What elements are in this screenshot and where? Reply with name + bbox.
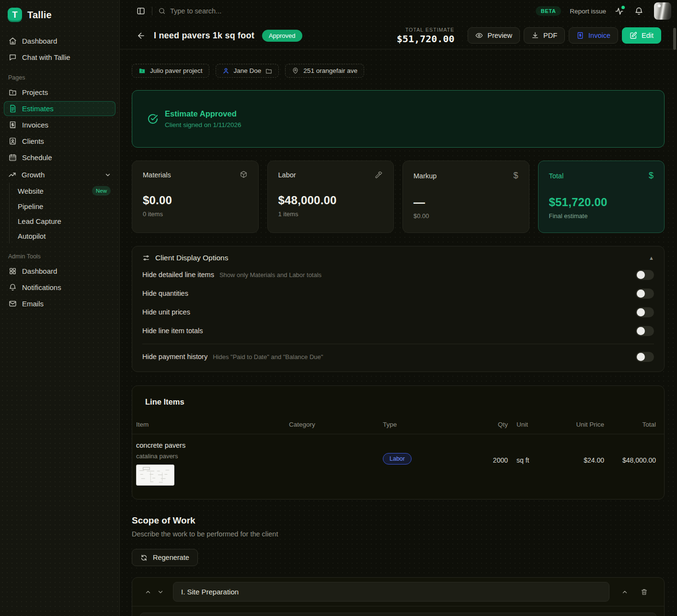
package-icon (240, 171, 248, 179)
project-tag[interactable]: Julio paver project (132, 64, 209, 78)
toggle-hide-payment-history[interactable] (636, 352, 654, 362)
sidebar-item-label: Autopilot (18, 232, 46, 240)
dollar-icon: $ (513, 171, 518, 181)
regenerate-button-label: Regenerate (153, 554, 189, 561)
sliders-icon (142, 254, 150, 262)
sidebar-item-chat[interactable]: Chat with Tallie (4, 50, 115, 65)
report-issue-link[interactable]: Report issue (570, 8, 606, 15)
delete-section-button[interactable] (638, 585, 651, 598)
column-header-unit: Unit (508, 421, 560, 428)
new-badge: New (92, 186, 111, 196)
sidebar-item-label: Website (18, 187, 44, 195)
pages-section-label: Pages (8, 74, 111, 81)
sidebar-item-label: Notifications (22, 283, 61, 291)
sidebar-item-projects[interactable]: Projects (4, 85, 115, 100)
file-text-icon (9, 105, 17, 113)
address-tag[interactable]: 251 orangefair ave (285, 64, 364, 78)
sidebar-item-estimates[interactable]: Estimates (4, 101, 115, 116)
refresh-icon (140, 554, 148, 561)
tag-label: 251 orangefair ave (303, 67, 357, 74)
column-header-total: Total (604, 421, 656, 428)
sidebar-item-admin-dashboard[interactable]: Dashboard (4, 264, 115, 279)
sidebar-item-clients[interactable]: Clients (4, 134, 115, 149)
search-input[interactable] (170, 7, 314, 15)
home-icon (9, 37, 17, 45)
panel-left-icon (137, 7, 145, 15)
toggle-hide-quantities[interactable] (636, 289, 654, 299)
pdf-button[interactable]: PDF (524, 27, 565, 44)
eye-icon (475, 32, 483, 39)
table-row[interactable]: concrete pavers catalina pavers Labo (132, 434, 664, 486)
app-root: T Tallie Dashboard Chat with Tallie Page… (0, 0, 677, 616)
invoice-icon (9, 121, 17, 129)
sidebar-item-lead-capture[interactable]: Lead Capture (10, 214, 115, 229)
chevron-up-icon (621, 589, 628, 595)
sidebar-item-label: Pipeline (18, 202, 43, 210)
item-thumbnail[interactable] (136, 465, 174, 486)
search (158, 7, 536, 15)
scope-section-card: Demolition and removal of existing surfa… (132, 577, 665, 616)
activity-button[interactable] (615, 7, 624, 16)
materials-card: Materials $0.00 0 items (132, 161, 259, 233)
sidebar-group-growth[interactable]: Growth (4, 168, 115, 182)
sidebar-item-label: Lead Capture (18, 217, 61, 225)
main-area: BETA Report issue I need pavers 1k sq fo… (120, 0, 677, 616)
edit-button-label: Edit (642, 32, 654, 39)
sidebar-item-notifications[interactable]: Notifications (4, 280, 115, 295)
user-icon (222, 67, 229, 74)
total-estimate-block: TOTAL ESTIMATE $51,720.00 (397, 27, 454, 45)
folder-icon (138, 67, 146, 74)
column-header-category: Category (289, 421, 383, 428)
avatar[interactable] (654, 2, 671, 20)
scrollbar-thumb[interactable] (673, 28, 676, 50)
brand-name: Tallie (27, 10, 52, 21)
sidebar-toggle-button[interactable] (135, 5, 147, 17)
client-tag[interactable]: Jane Doe (216, 64, 279, 78)
toggle-hide-line-item-totals[interactable] (636, 326, 654, 336)
notifications-button[interactable] (632, 5, 645, 18)
move-down-button[interactable] (154, 586, 167, 598)
chat-icon (9, 53, 17, 61)
page-title: I need pavers 1k sq foot (154, 31, 254, 41)
sidebar-item-emails[interactable]: Emails (4, 296, 115, 311)
dollar-icon: $ (649, 171, 654, 181)
toggle-hide-line-items[interactable] (636, 270, 654, 280)
section-description-textbox[interactable]: Demolition and removal of existing surfa… (140, 613, 656, 616)
option-hint: Hides "Paid to Date" and "Balance Due" (213, 353, 323, 360)
back-button[interactable] (135, 29, 148, 42)
sidebar-item-pipeline[interactable]: Pipeline (10, 199, 115, 214)
sidebar-item-website[interactable]: Website New (10, 183, 115, 199)
edit-button[interactable]: Edit (622, 27, 661, 44)
client-display-options-panel: Client Display Options ▲ Hide detailed l… (132, 246, 665, 372)
sidebar-item-dashboard[interactable]: Dashboard (4, 34, 115, 48)
tag-label: Jane Doe (234, 67, 262, 74)
section-title-input[interactable] (173, 582, 609, 602)
section-header (132, 578, 664, 606)
card-value: — (413, 196, 518, 209)
sidebar-group-label: Growth (22, 171, 45, 179)
folder-small-icon (265, 68, 272, 74)
bell-icon (634, 7, 643, 16)
card-subtext: Final estimate (549, 212, 654, 220)
sidebar-item-invoices[interactable]: Invoices (4, 117, 115, 132)
sidebar-item-schedule[interactable]: Schedule (4, 150, 115, 165)
card-label: Labor (278, 171, 296, 179)
move-up-button[interactable] (142, 586, 154, 598)
labor-type-badge: Labor (383, 453, 412, 465)
collapse-panel-button[interactable]: ▲ (649, 255, 654, 261)
banner-subtitle: Client signed on 1/11/2026 (165, 121, 241, 128)
collapse-section-button[interactable] (619, 586, 631, 598)
column-header-unit-price: Unit Price (560, 421, 604, 428)
invoice-button[interactable]: Invoice (569, 27, 618, 44)
page-header: I need pavers 1k sq foot Approved TOTAL … (120, 22, 677, 49)
mail-icon (9, 300, 17, 308)
toggle-hide-unit-prices[interactable] (636, 307, 654, 317)
tags-row: Julio paver project Jane Doe 251 orangef… (132, 64, 665, 78)
brand: T Tallie (0, 6, 119, 27)
scope-of-work-subtitle: Describe the work to be performed for th… (132, 530, 665, 538)
topbar-right: BETA Report issue (536, 2, 671, 20)
preview-button-label: Preview (487, 32, 512, 39)
preview-button[interactable]: Preview (468, 27, 520, 44)
regenerate-button[interactable]: Regenerate (132, 549, 198, 566)
sidebar-item-autopilot[interactable]: Autopilot (10, 229, 115, 244)
